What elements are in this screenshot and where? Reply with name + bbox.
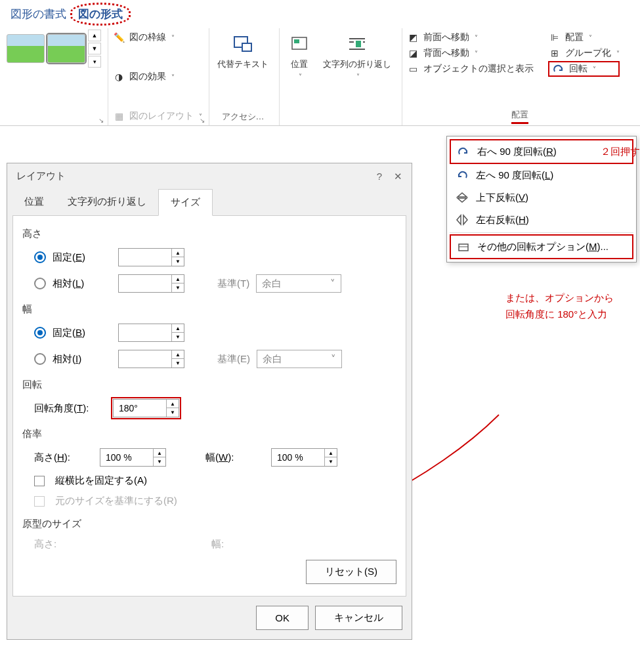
ribbon: ▲ ▼ ▾ ↘ ✏️ 図の枠線˅ ◑ 図の効果˅ ▦ 図のレイアウト˅ ↘ 代替… (0, 24, 640, 126)
orig-h-label: 高さ: (34, 538, 205, 551)
style-thumb[interactable] (7, 34, 45, 63)
picture-format-group: ✏️ 図の枠線˅ ◑ 図の効果˅ ▦ 図のレイアウト˅ ↘ (108, 28, 206, 125)
width-base-combo[interactable]: 余白˅ (257, 350, 342, 368)
dialog-title: レイアウト (16, 170, 66, 182)
width-base-label: 基準(E) (217, 353, 250, 366)
width-section: 幅 (22, 303, 396, 316)
style-thumb-selected[interactable] (47, 34, 85, 63)
gallery-more-icon[interactable]: ▾ (88, 56, 101, 68)
wrap-icon (345, 32, 369, 56)
bring-forward-icon: ◩ (406, 32, 419, 43)
gallery-up-icon[interactable]: ▲ (88, 30, 101, 41)
svg-rect-6 (356, 41, 361, 47)
rotate-right-icon (456, 145, 471, 158)
annotation-or-option-1: または、オプションから (505, 292, 614, 304)
flip-v-icon (455, 191, 469, 204)
height-base-label: 基準(T) (217, 278, 249, 290)
help-button[interactable]: ? (377, 171, 382, 182)
position-wrap-group: 位置˅ 文字列の折り返し˅ (279, 28, 399, 125)
height-relative-input[interactable]: ▲▼ (118, 274, 184, 293)
svg-rect-3 (294, 39, 299, 43)
height-relative-radio[interactable] (34, 278, 46, 289)
send-backward-button[interactable]: ◪ 背面へ移動˅ (406, 45, 534, 61)
separator (450, 232, 633, 233)
scale-w-input[interactable]: ▲▼ (271, 448, 337, 467)
styles-group: ▲ ▼ ▾ ↘ (3, 28, 105, 125)
close-button[interactable]: ✕ (394, 171, 402, 182)
orig-w-label: 幅: (211, 538, 224, 551)
svg-rect-1 (242, 43, 251, 51)
flip-h-icon (455, 213, 469, 226)
height-section: 高さ (22, 228, 396, 240)
layout-icon: ▦ (112, 110, 125, 122)
border-icon: ✏️ (112, 32, 125, 43)
selection-icon: ▭ (406, 63, 419, 75)
original-section: 原型のサイズ (22, 518, 396, 530)
send-backward-icon: ◪ (406, 47, 419, 59)
annotation-press-twice: ２回押す (601, 146, 640, 158)
arrange-group-label: 配置 (511, 108, 528, 124)
picture-effects-button[interactable]: ◑ 図の効果˅ (112, 69, 202, 85)
height-base-combo[interactable]: 余白˅ (256, 274, 341, 293)
rotation-section: 回転 (22, 379, 396, 391)
height-fixed-input[interactable]: ▲▼ (118, 248, 184, 266)
width-fixed-radio[interactable] (34, 327, 46, 339)
height-fixed-radio[interactable] (34, 251, 46, 263)
group-label: アクセシ… (213, 110, 272, 124)
rotate-icon (552, 63, 565, 75)
align-icon: ⊫ (548, 32, 561, 43)
scale-h-input[interactable]: ▲▼ (100, 448, 166, 467)
flip-vertical-item[interactable]: 上下反転(V) (450, 186, 633, 209)
annotation-or-option-2: 回転角度に 180°と入力 (505, 308, 607, 321)
selection-pane-button[interactable]: ▭ オブジェクトの選択と表示 (406, 61, 534, 77)
picture-layout-button: ▦ 図のレイアウト˅ (112, 108, 202, 124)
picture-border-button[interactable]: ✏️ 図の枠線˅ (112, 30, 202, 45)
ok-button[interactable]: OK (256, 606, 309, 630)
more-rotation-options-item[interactable]: その他の回転オプション(M)... (450, 234, 633, 259)
flip-horizontal-item[interactable]: 左右反転(H) (450, 209, 633, 231)
tab-size[interactable]: サイズ (158, 189, 213, 216)
effects-icon: ◑ (112, 71, 125, 83)
rotate-button[interactable]: 回転˅ (548, 61, 620, 77)
group-icon: ⊞ (548, 47, 561, 59)
text-wrap-button[interactable]: 文字列の折り返し˅ (319, 30, 395, 83)
dialog-launcher-icon[interactable]: ↘ (98, 117, 104, 124)
gallery-down-icon[interactable]: ▼ (88, 43, 101, 54)
rotate-left-icon (455, 169, 469, 182)
width-fixed-input[interactable]: ▲▼ (118, 324, 184, 342)
relative-original-checkbox (34, 496, 45, 507)
alt-text-button[interactable]: 代替テキスト (213, 30, 272, 73)
tab-position[interactable]: 位置 (12, 189, 56, 215)
group-button[interactable]: ⊞ グループ化˅ (548, 45, 620, 61)
rotate-left-90-item[interactable]: 左へ 90 度回転(L) (450, 164, 633, 186)
lock-aspect-checkbox[interactable] (34, 476, 45, 486)
arrange-group: ◩ 前面へ移動˅ ◪ 背面へ移動˅ ▭ オブジェクトの選択と表示 ⊫ 配置˅ (402, 28, 637, 125)
cancel-button[interactable]: キャンセル (315, 606, 402, 630)
more-options-icon (456, 240, 471, 253)
width-relative-input[interactable]: ▲▼ (118, 350, 184, 368)
position-icon (288, 32, 311, 56)
bring-forward-button[interactable]: ◩ 前面へ移動˅ (406, 30, 534, 45)
scale-section: 倍率 (22, 428, 396, 440)
tab-wrap[interactable]: 文字列の折り返し (56, 189, 158, 215)
position-button[interactable]: 位置˅ (284, 30, 315, 83)
scale-h-label: 高さ(H): (34, 452, 93, 464)
dialog-launcher-icon[interactable]: ↘ (200, 117, 205, 124)
accessibility-group: 代替テキスト アクセシ… (209, 28, 276, 125)
svg-rect-9 (459, 244, 468, 251)
rotation-label: 回転角度(T): (34, 402, 106, 415)
layout-dialog: レイアウト ? ✕ 位置 文字列の折り返し サイズ 高さ 固定(E) ▲▼ 相対… (7, 163, 412, 640)
reset-button[interactable]: リセット(S) (306, 560, 396, 584)
width-relative-radio[interactable] (34, 353, 46, 365)
tab-picture-format[interactable]: 図の形式 (74, 4, 127, 24)
align-button[interactable]: ⊫ 配置˅ (548, 30, 620, 45)
alt-text-icon (231, 32, 255, 56)
tab-shape-format[interactable]: 図形の書式 (7, 4, 70, 24)
rotation-input[interactable]: ▲▼ (113, 399, 179, 417)
scale-w-label: 幅(W): (205, 452, 265, 464)
